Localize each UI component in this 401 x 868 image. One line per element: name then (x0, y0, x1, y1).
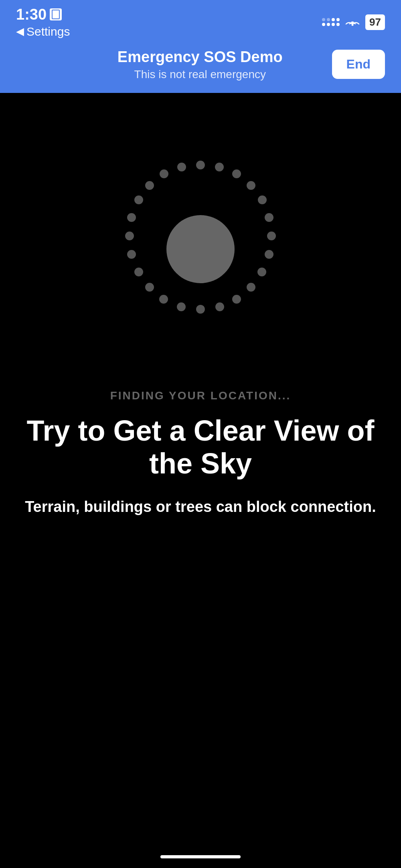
end-button[interactable]: End (332, 50, 385, 79)
text-section: FINDING YOUR LOCATION... Try to Get a Cl… (0, 389, 401, 518)
signal-dot-4 (336, 18, 340, 21)
settings-back-button[interactable]: ◀ Settings (16, 25, 70, 38)
status-time: 1:30 (16, 6, 70, 23)
svg-point-5 (258, 195, 267, 204)
main-content: FINDING YOUR LOCATION... Try to Get a Cl… (0, 93, 401, 518)
time-display: 1:30 (16, 6, 47, 23)
signal-dot-8 (336, 23, 340, 26)
svg-point-1 (196, 161, 205, 169)
notification-icon (50, 8, 62, 20)
settings-label: Settings (26, 25, 70, 38)
svg-point-23 (160, 169, 168, 178)
header-title-block: Emergency SOS Demo This is not real emer… (68, 48, 332, 81)
main-heading: Try to Get a Clear View of the Sky (24, 414, 377, 481)
sub-text: Terrain, buildings or trees can block co… (24, 496, 377, 518)
svg-point-11 (232, 295, 241, 304)
wifi-icon (345, 15, 360, 29)
signal-dot-3 (332, 18, 335, 21)
page-title: Emergency SOS Demo (68, 48, 332, 66)
svg-point-0 (352, 24, 354, 26)
radar-spinner (92, 141, 309, 357)
svg-point-22 (145, 181, 154, 190)
svg-point-16 (145, 283, 154, 292)
status-right: 97 (322, 14, 385, 30)
signal-dot-1 (322, 18, 325, 21)
svg-point-12 (215, 302, 224, 311)
page-subtitle: This is not real emergency (68, 68, 332, 81)
battery-level: 97 (369, 16, 381, 28)
status-bar: 1:30 ◀ Settings (0, 0, 401, 40)
signal-dot-5 (322, 23, 325, 26)
svg-point-20 (127, 213, 136, 222)
signal-dot-2 (327, 18, 330, 21)
svg-point-10 (247, 283, 255, 292)
svg-point-2 (215, 163, 224, 171)
svg-point-17 (134, 268, 143, 276)
finding-location-label: FINDING YOUR LOCATION... (24, 389, 377, 402)
status-left: 1:30 ◀ Settings (16, 6, 70, 38)
back-chevron-icon: ◀ (16, 25, 24, 38)
home-indicator (160, 855, 241, 858)
svg-point-8 (265, 250, 273, 259)
svg-point-7 (267, 232, 276, 240)
svg-point-4 (247, 181, 255, 190)
svg-point-3 (232, 169, 241, 178)
svg-point-24 (177, 163, 186, 171)
svg-point-21 (134, 195, 143, 204)
svg-point-19 (125, 232, 134, 240)
svg-point-14 (177, 302, 186, 311)
svg-point-6 (265, 213, 273, 222)
signal-icon (322, 18, 340, 26)
radar-center-circle (166, 215, 235, 283)
header-bar: Emergency SOS Demo This is not real emer… (0, 40, 401, 93)
svg-point-13 (196, 305, 205, 314)
signal-dot-7 (332, 23, 335, 26)
svg-point-18 (127, 250, 136, 259)
svg-point-9 (257, 268, 266, 276)
svg-point-15 (159, 295, 168, 304)
battery-indicator: 97 (365, 14, 385, 30)
signal-dot-6 (327, 23, 330, 26)
